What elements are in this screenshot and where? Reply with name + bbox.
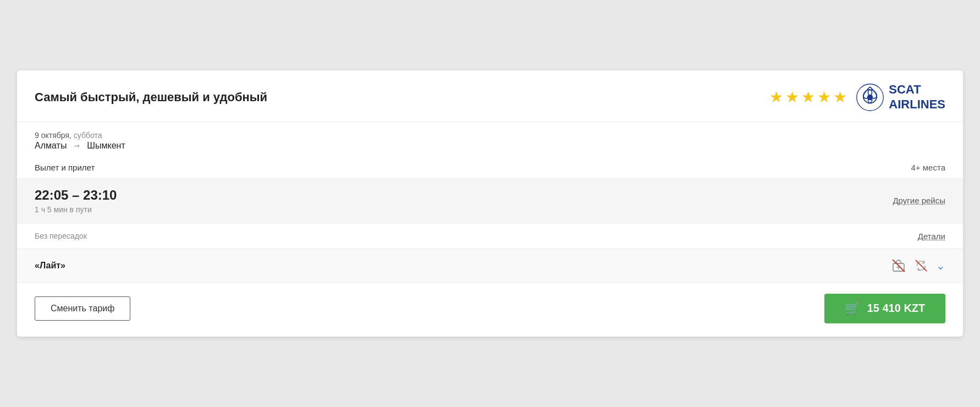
day-name: суббота bbox=[74, 131, 102, 140]
airline-name: SCAT AIRLINES bbox=[889, 82, 945, 112]
stops-label: Без пересадок bbox=[35, 232, 87, 240]
route-arrow: → bbox=[73, 141, 81, 151]
airline-name-line2: AIRLINES bbox=[889, 97, 945, 112]
departure-label: Вылет и прилет bbox=[35, 163, 95, 172]
flight-time-main: 22:05 – 23:10 bbox=[35, 188, 117, 203]
route-text: Алматы → Шымкент bbox=[35, 141, 945, 151]
seats-label: 4+ места bbox=[911, 163, 945, 172]
tariff-icons: ⌄ bbox=[891, 258, 945, 273]
star-2: ★ bbox=[785, 90, 799, 105]
flight-times: 22:05 – 23:10 1 ч 5 мин в пути bbox=[35, 188, 117, 214]
bottom-row: Сменить тариф 🛒 15 410 KZT bbox=[17, 283, 963, 337]
buy-button[interactable]: 🛒 15 410 KZT bbox=[824, 294, 945, 323]
change-tariff-button[interactable]: Сменить тариф bbox=[35, 296, 130, 321]
date-text: 9 октября, суббота bbox=[35, 131, 945, 140]
card-header: Самый быстрый, дешевый и удобный ★ ★ ★ ★… bbox=[17, 70, 963, 122]
flight-block: 22:05 – 23:10 1 ч 5 мин в пути Другие ре… bbox=[17, 178, 963, 224]
date-route-section: 9 октября, суббота Алматы → Шымкент bbox=[17, 122, 963, 157]
star-5: ★ bbox=[833, 90, 847, 105]
airline-name-line1: SCAT bbox=[889, 82, 945, 97]
bag-icon bbox=[891, 258, 906, 273]
svg-line-5 bbox=[893, 260, 905, 272]
star-3: ★ bbox=[801, 90, 815, 105]
price-label: 15 410 KZT bbox=[867, 302, 926, 315]
route-from: Алматы bbox=[35, 141, 67, 150]
star-1: ★ bbox=[769, 90, 783, 105]
cart-icon: 🛒 bbox=[845, 301, 860, 316]
svg-point-1 bbox=[867, 94, 873, 100]
flight-card: Самый быстрый, дешевый и удобный ★ ★ ★ ★… bbox=[17, 70, 963, 337]
flight-duration: 1 ч 5 мин в пути bbox=[35, 205, 117, 214]
departure-info-row: Вылет и прилет 4+ места bbox=[17, 157, 963, 178]
tariff-chevron-down-icon[interactable]: ⌄ bbox=[936, 259, 945, 272]
airline-logo: SCAT AIRLINES bbox=[856, 82, 945, 112]
details-link[interactable]: Детали bbox=[918, 232, 945, 241]
date-full: 9 октября, bbox=[35, 131, 71, 140]
departure-time: 22:05 bbox=[35, 188, 68, 202]
airline-icon bbox=[856, 83, 884, 112]
arrival-time: 23:10 bbox=[83, 188, 117, 202]
star-4: ★ bbox=[817, 90, 831, 105]
card-title: Самый быстрый, дешевый и удобный bbox=[35, 90, 267, 105]
other-flights-link[interactable]: Другие рейсы bbox=[893, 196, 945, 205]
tariff-name: «Лайт» bbox=[35, 261, 65, 271]
route-to: Шымкент bbox=[87, 141, 125, 150]
header-right: ★ ★ ★ ★ ★ SCAT AIRLINES bbox=[769, 82, 945, 112]
star-rating: ★ ★ ★ ★ ★ bbox=[769, 90, 847, 105]
time-dash: – bbox=[72, 188, 83, 202]
no-exchange-icon bbox=[914, 258, 928, 273]
stops-row: Без пересадок Детали bbox=[17, 224, 963, 249]
tariff-row: «Лайт» ⌄ bbox=[17, 249, 963, 283]
